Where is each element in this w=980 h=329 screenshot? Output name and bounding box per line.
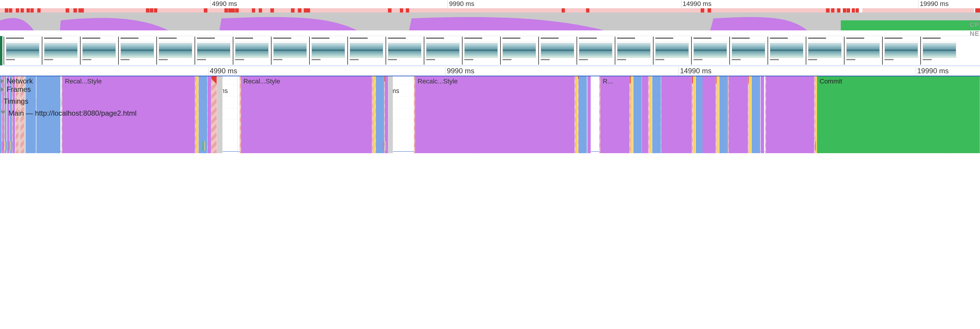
timeline-ruler-detail[interactable]: 4990 ms 9990 ms 14990 ms 19990 ms xyxy=(0,66,980,76)
cpu-track-label: CP xyxy=(970,21,979,28)
screenshot-filmstrip[interactable] xyxy=(0,36,980,66)
ruler-tick: 9990 ms xyxy=(445,67,474,75)
filmstrip-frame[interactable] xyxy=(118,36,156,65)
filmstrip-frame[interactable] xyxy=(500,36,538,65)
filmstrip-frame[interactable] xyxy=(424,36,461,65)
filmstrip-frame[interactable] xyxy=(576,36,614,65)
ruler-tick: 4990 ms xyxy=(210,0,237,8)
timings-track-label: Timings xyxy=(3,97,29,106)
network-overview[interactable]: NE xyxy=(0,30,980,36)
overview-longtask-strip[interactable] xyxy=(0,8,980,13)
filmstrip-frame[interactable] xyxy=(920,36,958,65)
filmstrip-frame[interactable] xyxy=(538,36,576,65)
filmstrip-frame[interactable] xyxy=(347,36,385,65)
main-track-label: Main — http://localhost:8080/page2.html xyxy=(8,109,137,117)
collapse-icon[interactable] xyxy=(1,111,5,114)
filmstrip-frame[interactable] xyxy=(271,36,309,65)
ruler-tick: 14990 ms xyxy=(681,0,712,8)
filmstrip-frame[interactable] xyxy=(309,36,347,65)
filmstrip-frame[interactable] xyxy=(462,36,500,65)
filmstrip-frame[interactable] xyxy=(3,36,41,65)
filmstrip-frame[interactable] xyxy=(385,36,423,65)
filmstrip-frame[interactable] xyxy=(768,36,805,65)
network-track-label: Network xyxy=(6,77,33,85)
flame-row-children[interactable] xyxy=(0,141,980,151)
expand-icon[interactable] xyxy=(1,87,4,92)
ruler-tick: 19990 ms xyxy=(918,0,949,8)
filmstrip-frame[interactable] xyxy=(156,36,194,65)
filmstrip-frame[interactable] xyxy=(806,36,843,65)
filmstrip-frame[interactable] xyxy=(233,36,270,65)
ruler-tick: 19990 ms xyxy=(916,67,949,75)
filmstrip-frame[interactable] xyxy=(653,36,690,65)
frames-track-label: Frames xyxy=(6,85,31,93)
cpu-overview[interactable]: CP xyxy=(0,13,980,30)
detail-tracks: Network Frames 3700.1 ms 3633.8 ms 3916.… xyxy=(0,76,980,154)
filmstrip-frame[interactable] xyxy=(615,36,652,65)
filmstrip-frame[interactable] xyxy=(80,36,118,65)
flame-row-rendering[interactable]: Recal...StyleRecal...StyleRecalc...Style… xyxy=(0,130,980,141)
filmstrip-frame[interactable] xyxy=(42,36,80,65)
filmstrip-frame[interactable] xyxy=(844,36,881,65)
ruler-tick: 4990 ms xyxy=(208,67,237,75)
filmstrip-frame[interactable] xyxy=(691,36,729,65)
filmstrip-frame[interactable] xyxy=(729,36,767,65)
filmstrip-frame[interactable] xyxy=(194,36,232,65)
filmstrip-frame[interactable] xyxy=(882,36,920,65)
timeline-ruler-top[interactable]: 4990 ms 9990 ms 14990 ms 19990 ms xyxy=(0,0,980,8)
expand-icon[interactable] xyxy=(1,79,4,84)
cpu-area-svg xyxy=(0,13,980,30)
ruler-tick: 14990 ms xyxy=(679,67,711,75)
ruler-tick: 9990 ms xyxy=(448,0,474,8)
svg-rect-5 xyxy=(841,20,980,30)
